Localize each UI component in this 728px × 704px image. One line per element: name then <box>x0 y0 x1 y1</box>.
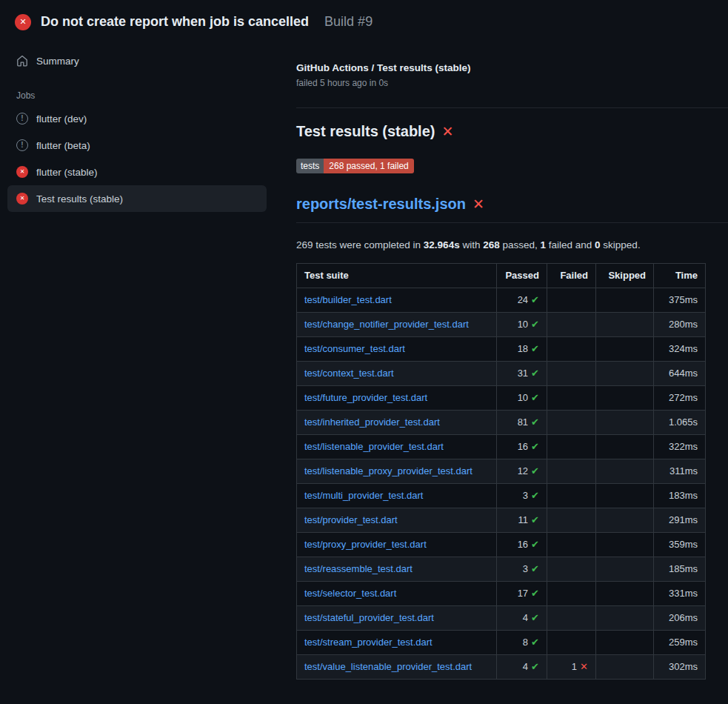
test-suite-link[interactable]: test/builder_test.dart <box>304 294 392 305</box>
sidebar-item-summary[interactable]: Summary <box>0 47 274 74</box>
table-row: test/multi_provider_test.dart 3 183ms <box>297 484 706 508</box>
check-icon <box>531 319 539 330</box>
jobs-heading: Jobs <box>0 74 274 105</box>
run-failed-icon <box>15 14 31 30</box>
time-value: 1.065s <box>654 411 706 435</box>
job-label: flutter (stable) <box>36 167 98 178</box>
table-row: test/listenable_proxy_provider_test.dart… <box>297 459 706 484</box>
passed-count: 24 <box>518 294 528 305</box>
time-value: 291ms <box>654 508 706 533</box>
breadcrumb: GitHub Actions / Test results (stable) <box>296 62 728 73</box>
check-icon <box>531 514 539 525</box>
table-row: test/context_test.dart 31 644ms <box>297 362 706 386</box>
test-suite-link[interactable]: test/provider_test.dart <box>304 514 398 525</box>
time-value: 206ms <box>654 606 706 631</box>
sidebar-item-flutter-dev[interactable]: flutter (dev) <box>7 105 267 132</box>
time-value: 324ms <box>654 337 706 362</box>
sidebar-item-test-results-stable[interactable]: Test results (stable) <box>7 185 267 212</box>
test-suite-link[interactable]: test/stateful_provider_test.dart <box>304 612 434 623</box>
check-icon <box>531 588 539 599</box>
check-icon <box>531 490 539 501</box>
time-value: 311ms <box>654 459 706 484</box>
job-label: flutter (dev) <box>36 113 87 124</box>
home-icon <box>16 55 28 67</box>
time-value: 322ms <box>654 435 706 459</box>
sidebar-item-flutter-beta[interactable]: flutter (beta) <box>7 132 267 159</box>
test-suite-link[interactable]: test/listenable_proxy_provider_test.dart <box>304 465 472 476</box>
check-icon <box>531 661 539 672</box>
passed-count: 4 <box>523 612 528 623</box>
test-suite-link[interactable]: test/selector_test.dart <box>304 588 396 599</box>
tests-badge: tests 268 passed, 1 failed <box>296 159 414 173</box>
badge-label: tests <box>296 159 324 173</box>
sidebar-summary-label: Summary <box>36 56 79 67</box>
check-icon <box>531 539 539 550</box>
report-title: reports/test-results.json <box>296 196 728 213</box>
col-skipped: Skipped <box>596 264 654 288</box>
passed-count: 4 <box>523 661 528 672</box>
report-link[interactable]: reports/test-results.json <box>296 196 466 213</box>
test-suite-link[interactable]: test/reassemble_test.dart <box>304 563 413 574</box>
time-value: 259ms <box>654 631 706 655</box>
check-icon <box>531 368 539 379</box>
check-icon <box>531 563 539 574</box>
test-suite-link[interactable]: test/listenable_provider_test.dart <box>304 441 444 452</box>
job-status-icon <box>16 193 28 205</box>
job-label: flutter (beta) <box>36 140 90 151</box>
test-suite-link[interactable]: test/value_listenable_provider_test.dart <box>304 661 472 672</box>
test-suite-link[interactable]: test/future_provider_test.dart <box>304 392 427 403</box>
passed-count: 8 <box>523 637 528 648</box>
passed-count: 10 <box>518 392 528 403</box>
table-row: test/provider_test.dart 11 291ms <box>297 508 706 533</box>
run-meta: failed 5 hours ago in 0s <box>296 78 728 88</box>
time-value: 280ms <box>654 313 706 337</box>
summary-line: 269 tests were completed in 32.964s with… <box>296 239 728 250</box>
time-value: 272ms <box>654 386 706 411</box>
test-suite-link[interactable]: test/stream_provider_test.dart <box>304 637 433 648</box>
results-table-body: test/builder_test.dart 24 375ms test/cha… <box>297 288 706 680</box>
table-row: test/listenable_provider_test.dart 16 32… <box>297 435 706 459</box>
col-time: Time <box>654 264 706 288</box>
passed-count: 12 <box>518 465 528 476</box>
check-icon <box>531 465 539 476</box>
time-value: 375ms <box>654 288 706 313</box>
table-row: test/consumer_test.dart 18 324ms <box>297 337 706 362</box>
job-status-icon <box>16 113 28 124</box>
check-icon <box>531 392 539 403</box>
table-row: test/stream_provider_test.dart 8 259ms <box>297 631 706 655</box>
table-row: test/value_listenable_provider_test.dart… <box>297 655 706 680</box>
test-suite-link[interactable]: test/multi_provider_test.dart <box>304 490 423 501</box>
job-status-icon <box>16 139 28 151</box>
badge-value: 268 passed, 1 failed <box>324 159 413 173</box>
col-test-suite: Test suite <box>297 264 497 288</box>
time-value: 359ms <box>654 533 706 557</box>
check-icon <box>531 343 539 354</box>
passed-count: 16 <box>518 539 528 550</box>
divider <box>296 107 728 108</box>
table-header-row: Test suite Passed Failed Skipped Time <box>297 264 706 288</box>
table-row: test/stateful_provider_test.dart 4 206ms <box>297 606 706 631</box>
time-value: 302ms <box>654 655 706 680</box>
sidebar-item-flutter-stable[interactable]: flutter (stable) <box>7 159 267 185</box>
table-row: test/inherited_provider_test.dart 81 1.0… <box>297 411 706 435</box>
table-row: test/reassemble_test.dart 3 185ms <box>297 557 706 582</box>
passed-count: 18 <box>518 343 528 354</box>
test-suite-link[interactable]: test/consumer_test.dart <box>304 343 405 354</box>
test-suite-link[interactable]: test/inherited_provider_test.dart <box>304 416 440 428</box>
time-value: 185ms <box>654 557 706 582</box>
build-number: Build #9 <box>324 14 373 30</box>
failed-x-icon <box>472 197 484 211</box>
time-value: 644ms <box>654 362 706 386</box>
check-icon <box>531 637 539 648</box>
passed-count: 3 <box>523 490 528 501</box>
passed-count: 81 <box>518 416 528 428</box>
sidebar: Summary Jobs flutter (dev) flutter (beta… <box>0 47 274 212</box>
main-content: GitHub Actions / Test results (stable) f… <box>296 62 728 680</box>
test-suite-link[interactable]: test/proxy_provider_test.dart <box>304 539 427 550</box>
test-suite-link[interactable]: test/change_notifier_provider_test.dart <box>304 319 469 330</box>
test-suite-link[interactable]: test/context_test.dart <box>304 368 394 379</box>
divider <box>296 222 728 223</box>
passed-count: 3 <box>523 563 528 574</box>
passed-count: 11 <box>518 514 529 525</box>
run-title: Do not create report when job is cancell… <box>41 14 309 30</box>
